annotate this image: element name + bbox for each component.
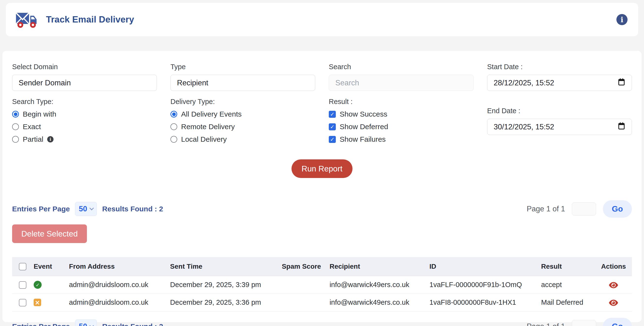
radio-local-delivery[interactable]: Local Delivery [170, 135, 315, 143]
page-number-input[interactable] [572, 320, 596, 326]
list-controls-top: Entries Per Page 50 Results Found : 2 Pa… [12, 200, 632, 218]
run-report-row: Run Report [12, 159, 632, 178]
pagination-bottom: Page 1 of 1 Go [526, 318, 632, 326]
radio-icon[interactable] [12, 123, 19, 130]
table-row: × admin@druidsloom.co.uk December 29, 20… [12, 294, 632, 311]
checkbox-icon[interactable]: ✓ [329, 111, 336, 118]
radio-begin-with[interactable]: Begin with [12, 110, 157, 118]
actions-cell [594, 294, 632, 311]
end-date-label: End Date : [487, 107, 632, 115]
delivery-table: Event From Address Sent Time Spam Score … [12, 257, 632, 312]
col-spam-score: Spam Score [279, 257, 326, 276]
radio-icon[interactable] [170, 136, 177, 143]
radio-all-delivery-events[interactable]: All Delivery Events [170, 110, 315, 118]
radio-icon[interactable] [12, 136, 19, 143]
entries-per-page-value: 50 [79, 322, 87, 326]
col-event: Event [31, 257, 66, 276]
type-value: Recipient [177, 79, 208, 87]
radio-label: Remote Delivery [181, 123, 235, 131]
main-card: Select Domain Sender Domain Search Type:… [2, 51, 642, 322]
entries-per-page-select[interactable]: 50 [75, 202, 96, 216]
page-indicator: Page 1 of 1 [526, 322, 565, 326]
list-controls-bottom: Entries Per Page 50 Results Found : 2 Pa… [12, 318, 632, 326]
sent-time-cell: December 29, 2025, 3:39 pm [167, 276, 279, 294]
entries-controls: Entries Per Page 50 Results Found : 2 [12, 320, 163, 326]
type-label: Type [170, 63, 315, 71]
spam-score-cell [279, 276, 326, 294]
delivery-type-group: Delivery Type: All Delivery Events Remot… [170, 98, 315, 143]
filter-col-domain: Select Domain Sender Domain Search Type:… [12, 63, 157, 143]
result-cell: accept [538, 276, 594, 294]
calendar-icon[interactable] [618, 122, 625, 132]
filter-col-dates: Start Date : 28/12/2025, 15:52 End Date … [487, 63, 632, 143]
event-cell: ✓ [31, 276, 66, 294]
header-card: Track Email Delivery i [6, 3, 638, 36]
result-group: Result : ✓ Show Success ✓ Show Deferred … [329, 98, 474, 143]
go-button[interactable]: Go [603, 200, 632, 218]
header-info-icon[interactable]: i [616, 14, 628, 25]
pagination-top: Page 1 of 1 Go [526, 200, 632, 218]
table-row: ✓ admin@druidsloom.co.uk December 29, 20… [12, 276, 632, 294]
checkbox-icon[interactable]: ✓ [329, 123, 336, 130]
info-glyph: i [620, 15, 623, 24]
col-actions: Actions [594, 257, 632, 276]
run-report-button[interactable]: Run Report [292, 159, 353, 178]
view-details-eye-icon[interactable] [609, 300, 618, 306]
filters: Select Domain Sender Domain Search Type:… [12, 63, 632, 143]
filter-col-type: Type Recipient Delivery Type: All Delive… [170, 63, 315, 143]
go-button[interactable]: Go [603, 318, 632, 326]
radio-icon[interactable] [170, 111, 177, 117]
col-result: Result [538, 257, 594, 276]
page: Track Email Delivery i Select Domain Sen… [0, 0, 644, 326]
search-type-label: Search Type: [12, 98, 157, 106]
id-cell: 1vaFI8-0000000F8uv-1HX1 [426, 294, 538, 311]
filter-col-search: Search Result : ✓ Show Success ✓ Show De… [329, 63, 474, 143]
from-address-cell: admin@druidsloom.co.uk [66, 276, 167, 294]
delete-selected-button[interactable]: Delete Selected [12, 224, 87, 243]
page-indicator: Page 1 of 1 [526, 205, 565, 213]
search-input[interactable] [329, 75, 474, 91]
type-select[interactable]: Recipient [170, 75, 315, 91]
partial-info-icon[interactable]: i [47, 136, 54, 142]
sender-domain-select[interactable]: Sender Domain [12, 75, 157, 91]
col-from-address: From Address [66, 257, 167, 276]
radio-label: Exact [23, 123, 41, 131]
start-date-label: Start Date : [487, 63, 632, 71]
spam-score-cell [279, 294, 326, 311]
delivery-type-label: Delivery Type: [170, 98, 315, 106]
start-date-input[interactable]: 28/12/2025, 15:52 [487, 75, 632, 91]
view-details-eye-icon[interactable] [609, 282, 618, 288]
row-checkbox[interactable] [19, 281, 26, 289]
radio-remote-delivery[interactable]: Remote Delivery [170, 123, 315, 131]
end-date-input[interactable]: 30/12/2025, 15:52 [487, 119, 632, 135]
radio-label: Local Delivery [181, 135, 226, 143]
select-all-checkbox[interactable] [19, 263, 26, 270]
result-cell: Mail Deferred [538, 294, 594, 311]
checkbox-show-failures[interactable]: ✓ Show Failures [329, 135, 474, 143]
start-date-value: 28/12/2025, 15:52 [494, 79, 554, 87]
checkbox-show-success[interactable]: ✓ Show Success [329, 110, 474, 118]
page-title: Track Email Delivery [46, 14, 134, 25]
calendar-icon[interactable] [618, 78, 625, 88]
entries-per-page-value: 50 [79, 205, 87, 213]
entries-per-page-select[interactable]: 50 [75, 320, 96, 326]
mail-truck-icon [16, 9, 40, 30]
results-found-label: Results Found : 2 [102, 322, 163, 326]
checkbox-icon[interactable]: ✓ [329, 136, 336, 143]
sender-domain-value: Sender Domain [19, 79, 71, 87]
chevron-down-icon [89, 206, 94, 210]
radio-partial[interactable]: Partial i [12, 135, 157, 143]
radio-icon[interactable] [12, 111, 19, 117]
row-checkbox[interactable] [19, 299, 26, 307]
recipient-cell: info@warwick49ers.co.uk [326, 294, 426, 311]
radio-icon[interactable] [170, 123, 177, 130]
radio-exact[interactable]: Exact [12, 123, 157, 131]
checkbox-show-deferred[interactable]: ✓ Show Deferred [329, 123, 474, 131]
radio-label: Begin with [23, 110, 56, 118]
entries-per-page-label: Entries Per Page [12, 322, 70, 326]
select-domain-label: Select Domain [12, 63, 157, 71]
event-cell: × [31, 294, 66, 311]
end-date-value: 30/12/2025, 15:52 [494, 123, 554, 131]
page-number-input[interactable] [572, 202, 596, 216]
table-header-row: Event From Address Sent Time Spam Score … [12, 257, 632, 276]
